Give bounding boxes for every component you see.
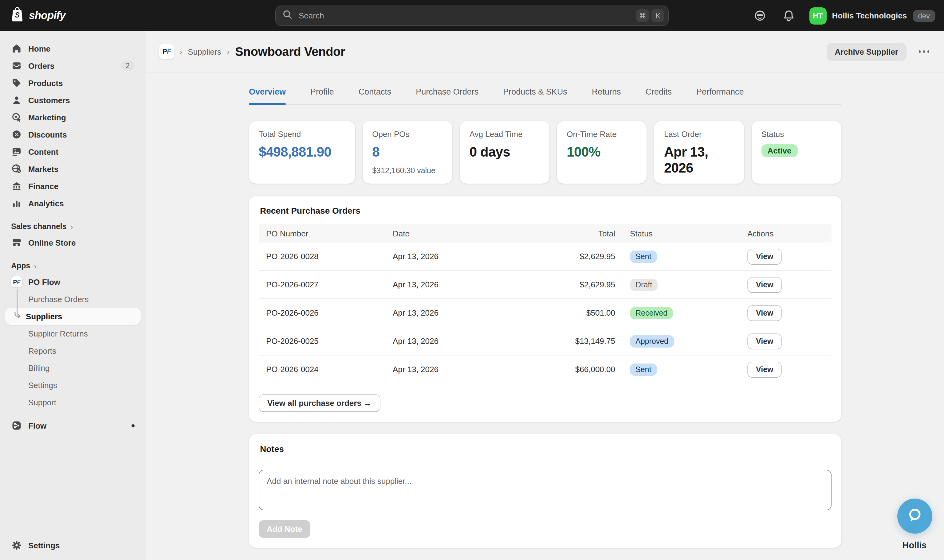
tab-products-skus[interactable]: Products & SKUs [503,83,567,105]
chat-bubble-button[interactable] [897,498,932,534]
sidebar-item-label: Discounts [28,130,67,139]
sidebar-item-orders[interactable]: Orders 2 [5,57,141,74]
sidebar-item-flow[interactable]: Flow [5,417,141,434]
sidebar-item-support[interactable]: Support [5,394,141,411]
svg-text:S: S [15,11,20,19]
tag-icon [11,77,22,88]
sidebar-item-products[interactable]: Products [5,74,141,91]
view-po-button[interactable]: View [747,277,782,292]
stat-status: Status Active [751,121,841,184]
breadcrumb-suppliers-link[interactable]: Suppliers [188,47,221,56]
po-date: Apr 13, 2026 [393,365,503,374]
po-status-badge: Approved [630,335,674,347]
sub-arrow-icon [14,311,22,321]
po-flow-breadcrumb-icon[interactable]: PF [159,44,174,59]
bar-chart-icon [11,198,22,209]
sidebar-item-home[interactable]: Home [5,40,141,57]
sidebar-item-settings[interactable]: Settings [5,537,141,554]
store-account-menu[interactable]: HT Hollis Technologies dev [810,7,935,24]
sidebar-item-label: Orders [28,61,54,70]
tab-returns[interactable]: Returns [592,83,621,105]
recent-pos-title: Recent Purchase Orders [260,206,831,215]
k-key-badge: K [651,9,664,22]
view-po-button[interactable]: View [747,333,782,349]
col-total: Total [503,229,615,238]
shopify-logo[interactable]: S shopify [0,6,65,25]
po-total: $2,629.95 [503,280,615,289]
sidebar-item-online-store[interactable]: Online Store [5,234,141,251]
po-table-row: PO-2026-0026 Apr 13, 2026 $501.00 Receiv… [259,299,831,327]
store-avatar: HT [810,7,827,24]
tab-purchase-orders[interactable]: Purchase Orders [416,83,478,105]
sidebar-item-app-settings[interactable]: Settings [5,376,141,394]
po-date: Apr 13, 2026 [393,280,503,289]
view-po-button[interactable]: View [747,305,782,321]
po-number: PO-2026-0027 [259,280,393,289]
sidebar-item-suppliers[interactable]: Suppliers [5,308,141,325]
sidebar-item-label: Home [28,44,50,53]
sidebar-item-reports[interactable]: Reports [5,342,141,359]
tab-overview[interactable]: Overview [249,83,286,105]
search-input[interactable] [298,11,634,21]
assistant-icon[interactable] [752,7,769,24]
sidebar-item-analytics[interactable]: Analytics [5,195,141,212]
note-input[interactable] [259,470,831,510]
tab-profile[interactable]: Profile [310,83,334,105]
globe-icon: $ [11,163,22,174]
tab-credits[interactable]: Credits [645,83,672,105]
sidebar-item-label: PO Flow [28,277,60,286]
po-status-badge: Draft [630,278,658,291]
sidebar-item-marketing[interactable]: Marketing [5,109,141,126]
flow-app-icon [11,420,22,431]
open-pos-value-subtext: $312,160.30 value [372,166,443,175]
po-flow-app-icon: PF [11,276,22,288]
chevron-right-icon: › [34,261,37,271]
add-note-button[interactable]: Add Note [259,520,310,538]
view-all-purchase-orders-button[interactable]: View all purchase orders → [259,394,380,412]
notes-card: Notes Add Note [249,434,841,548]
po-number: PO-2026-0024 [259,365,393,374]
po-total: $13,149.75 [503,337,615,346]
status-active-badge: Active [761,144,797,157]
sidebar-item-label: Online Store [28,238,76,247]
sidebar-item-label: Customers [28,95,70,105]
archive-supplier-button[interactable]: Archive Supplier [827,43,906,60]
sidebar-item-supplier-returns[interactable]: Supplier Returns [5,325,141,342]
po-number: PO-2026-0025 [259,337,393,346]
po-date: Apr 13, 2026 [393,252,503,261]
stat-avg-lead-time: Avg Lead Time 0 days [460,121,550,184]
notifications-bell-icon[interactable] [780,7,798,24]
global-search[interactable]: ⌘ K [275,6,669,26]
cmd-key-badge: ⌘ [636,9,649,22]
sidebar-item-customers[interactable]: Customers [5,91,141,109]
po-total: $66,000.00 [503,365,615,374]
sidebar-item-finance[interactable]: Finance [5,177,141,195]
target-icon [11,112,22,123]
breadcrumb: PF › Suppliers › Snowboard Vendor [159,44,345,59]
stat-last-order: Last Order Apr 13, 2026 [654,121,744,184]
sidebar-item-po-flow-app[interactable]: PF PO Flow [5,273,141,291]
support-chat-widget: Hollis [895,498,933,550]
sidebar-item-discounts[interactable]: Discounts [5,126,141,143]
col-status: Status [615,229,738,238]
chevron-right-icon: › [70,222,73,231]
sidebar-item-content[interactable]: Content [5,143,141,160]
po-number: PO-2026-0026 [259,308,393,317]
breadcrumb-separator: › [227,47,230,57]
sales-channels-header[interactable]: Sales channels › [5,219,141,234]
sidebar-item-billing[interactable]: Billing [5,359,141,376]
sidebar-item-markets[interactable]: $ Markets [5,160,141,177]
sidebar-item-label: Settings [28,541,60,550]
sidebar-item-label: Flow [28,421,46,430]
tab-contacts[interactable]: Contacts [359,83,392,105]
sidebar-item-label: Products [28,78,63,88]
apps-header[interactable]: Apps › [5,258,141,273]
more-actions-button[interactable] [917,47,930,57]
stat-on-time-rate: On-Time Rate 100% [557,121,647,184]
view-po-button[interactable]: View [747,362,782,377]
sidebar-item-purchase-orders[interactable]: Purchase Orders [5,291,141,308]
page-title: Snowboard Vendor [235,45,345,58]
tab-performance[interactable]: Performance [696,83,744,105]
view-po-button[interactable]: View [747,248,782,265]
search-icon [282,9,293,22]
